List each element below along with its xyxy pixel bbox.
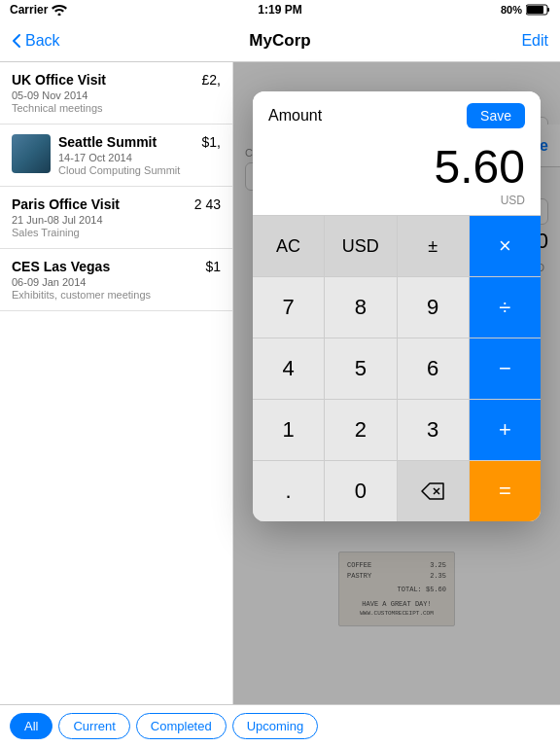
calc-amount-label: Amount <box>268 107 322 124</box>
expense-desc: Exhibitits, customer meetings <box>12 289 221 301</box>
calc-btn-plusminus[interactable]: ± <box>398 216 469 276</box>
expense-name: Paris Office Visit <box>12 196 187 212</box>
status-right: 80% <box>501 4 550 16</box>
expense-dates: 06-09 Jan 2014 <box>12 276 221 288</box>
carrier-label: Carrier <box>10 3 48 17</box>
bottom-tab-bar: All Current Completed Upcoming <box>0 704 560 747</box>
back-button[interactable]: Back <box>12 32 60 50</box>
backspace-icon <box>421 482 444 500</box>
calc-display-currency: USD <box>253 194 541 215</box>
calc-display-value: 5.60 <box>268 140 525 194</box>
back-chevron-icon <box>12 33 21 49</box>
battery-icon <box>526 4 550 16</box>
svg-rect-2 <box>547 8 549 12</box>
calc-btn-7[interactable]: 7 <box>253 277 324 338</box>
tab-all[interactable]: All <box>10 713 52 739</box>
expense-dates: 05-09 Nov 2014 <box>12 89 221 101</box>
expense-amount: $1 <box>205 259 221 274</box>
calc-buttons: AC USD ± × 7 8 9 ÷ 4 5 6 − 1 2 <box>253 215 541 521</box>
calc-btn-1[interactable]: 1 <box>253 400 324 460</box>
calc-btn-5[interactable]: 5 <box>325 338 396 399</box>
thumb-image <box>12 134 51 173</box>
calc-header: Amount Save <box>253 91 541 136</box>
calc-btn-4[interactable]: 4 <box>253 338 324 399</box>
calc-btn-6[interactable]: 6 <box>398 338 469 399</box>
calc-btn-decimal[interactable]: . <box>253 461 324 521</box>
tab-upcoming[interactable]: Upcoming <box>232 713 319 739</box>
expense-amount: 2 43 <box>194 196 221 212</box>
expense-thumbnail <box>12 134 51 173</box>
list-item[interactable]: Paris Office Visit 2 43 21 Jun-08 Jul 20… <box>0 187 232 249</box>
expense-dates: 21 Jun-08 Jul 2014 <box>12 214 221 226</box>
nav-bar: Back MyCorp Edit <box>0 19 560 62</box>
expense-name: Seattle Summit <box>58 134 194 150</box>
expense-name: UK Office Visit <box>12 72 194 88</box>
calc-btn-backspace[interactable] <box>398 461 469 521</box>
tab-completed[interactable]: Completed <box>136 713 227 739</box>
calc-btn-plus[interactable]: + <box>470 400 541 460</box>
status-carrier: Carrier <box>10 3 67 17</box>
right-panel: Cancel Add Expense Save Mileage Category… <box>233 62 560 704</box>
tab-current[interactable]: Current <box>58 713 129 739</box>
expense-dates: 14-17 Oct 2014 <box>58 152 221 163</box>
calculator-overlay: Amount Save 5.60 USD AC USD ± × 7 8 9 <box>233 62 560 704</box>
calculator: Amount Save 5.60 USD AC USD ± × 7 8 9 <box>253 91 541 521</box>
calc-save-button[interactable]: Save <box>467 103 525 128</box>
expense-desc: Technical meetings <box>12 102 221 114</box>
list-item[interactable]: Seattle Summit $1, 14-17 Oct 2014 Cloud … <box>0 124 232 187</box>
calc-btn-9[interactable]: 9 <box>398 277 469 338</box>
status-time: 1:19 PM <box>258 3 301 17</box>
calc-btn-3[interactable]: 3 <box>398 400 469 460</box>
edit-button[interactable]: Edit <box>521 32 548 50</box>
calc-btn-divide[interactable]: ÷ <box>470 277 541 338</box>
expense-desc: Cloud Computing Summit <box>58 164 221 176</box>
status-bar: Carrier 1:19 PM 80% <box>0 0 560 19</box>
svg-point-0 <box>58 14 61 17</box>
nav-title: MyCorp <box>249 31 310 51</box>
calc-btn-minus[interactable]: − <box>470 338 541 399</box>
calc-display: 5.60 <box>253 136 541 194</box>
calc-btn-8[interactable]: 8 <box>325 277 396 338</box>
main-content: UK Office Visit £2, 05-09 Nov 2014 Techn… <box>0 62 560 704</box>
expense-amount: $1, <box>202 134 221 150</box>
calc-btn-2[interactable]: 2 <box>325 400 396 460</box>
calc-btn-0[interactable]: 0 <box>325 461 396 521</box>
list-item[interactable]: UK Office Visit £2, 05-09 Nov 2014 Techn… <box>0 62 232 124</box>
calc-btn-multiply[interactable]: × <box>470 216 541 276</box>
calc-btn-ac[interactable]: AC <box>253 216 324 276</box>
expense-desc: Sales Training <box>12 227 221 238</box>
calc-btn-equals[interactable]: = <box>470 461 541 521</box>
wifi-icon <box>52 4 67 16</box>
list-item[interactable]: CES Las Vegas $1 06-09 Jan 2014 Exhibiti… <box>0 249 232 311</box>
expense-name: CES Las Vegas <box>12 259 197 274</box>
battery-percent: 80% <box>501 4 522 16</box>
calc-btn-usd[interactable]: USD <box>325 216 396 276</box>
back-label: Back <box>25 32 60 50</box>
svg-rect-3 <box>527 6 543 14</box>
expense-amount: £2, <box>202 72 221 88</box>
left-panel: UK Office Visit £2, 05-09 Nov 2014 Techn… <box>0 62 233 704</box>
expense-info: Seattle Summit $1, 14-17 Oct 2014 Cloud … <box>58 134 221 176</box>
